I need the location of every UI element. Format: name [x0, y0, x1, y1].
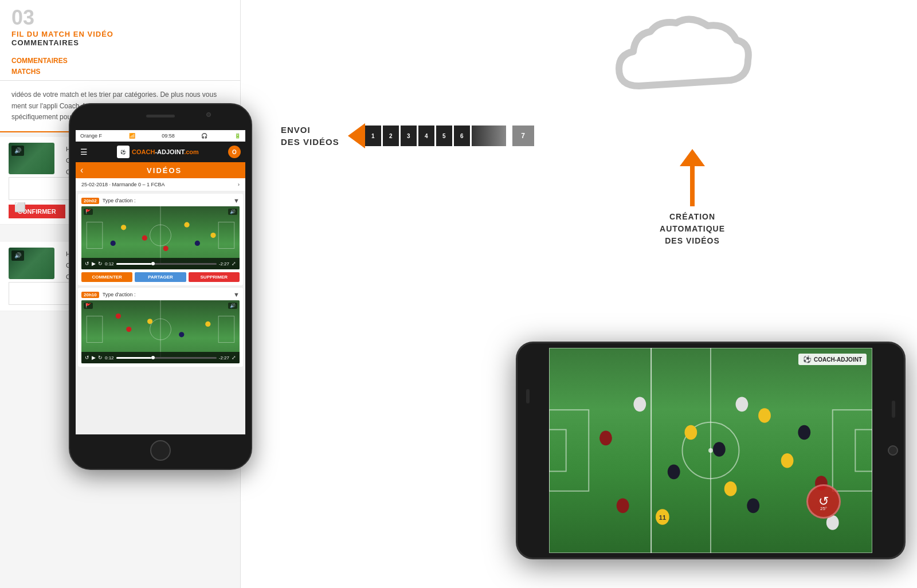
svg-point-42	[736, 397, 749, 412]
doc-nav: COMMENTAIRES MATCHS	[0, 53, 240, 81]
svg-rect-25	[549, 430, 566, 472]
status-bar: Orange F 📶 09:58 🎧 🔋	[76, 130, 245, 142]
right-phone-screen: 11	[549, 348, 872, 553]
logo-shield: ⚽	[117, 146, 130, 158]
svg-point-39	[599, 431, 612, 446]
type-label-2: Type d'action :	[103, 292, 233, 297]
back-button[interactable]: ‹	[80, 165, 83, 175]
progress-bar-2[interactable]	[116, 357, 217, 359]
arrow-up-icon	[680, 149, 705, 166]
strip-6: 6	[454, 126, 470, 146]
soccer-field: 11	[549, 348, 872, 553]
partager-btn-1[interactable]: PARTAGER	[135, 272, 186, 282]
svg-point-15	[126, 327, 131, 332]
time-badge-2: 20h10	[81, 292, 99, 298]
video-item-1-header: 20h02 Type d'action : ▼	[81, 197, 240, 204]
svg-point-16	[147, 319, 152, 324]
screen-icon-1: ⬜	[14, 202, 26, 213]
left-phone-body: Orange F 📶 09:58 🎧 🔋 ☰ ⚽ COACH-ADJOINT.c…	[69, 103, 252, 470]
controls-1: ↺ ▶ ↻ 0:12 -2:27 ⤢	[81, 258, 240, 269]
svg-rect-26	[833, 410, 872, 491]
svg-point-38	[668, 465, 680, 480]
step-subtitle: COMMENTAIRES	[11, 38, 229, 47]
video-item-2: 20h10 Type d'action : ▼	[78, 288, 243, 367]
svg-rect-24	[549, 410, 589, 491]
progress-bar-1[interactable]	[116, 263, 217, 265]
creation-line2: AUTOMATIQUE	[660, 224, 725, 233]
home-button-left[interactable]	[150, 440, 171, 461]
type-label-1: Type d'action :	[103, 198, 233, 203]
skip-icon-1[interactable]: ↻	[98, 261, 103, 266]
svg-point-31	[724, 481, 737, 496]
strip-1: 1	[365, 126, 381, 146]
svg-point-43	[633, 397, 646, 412]
replay-seconds: 25°	[820, 506, 827, 511]
replay-button[interactable]: ↺ 25°	[806, 484, 841, 519]
svg-point-6	[184, 222, 189, 228]
svg-point-18	[205, 322, 210, 327]
volume-button	[526, 389, 530, 403]
svg-point-7	[195, 241, 200, 246]
flag-icon-1: 🚩	[84, 209, 93, 215]
play-icon-2[interactable]: ▶	[92, 355, 96, 360]
sound-icon-vid-2[interactable]: 🔊	[228, 303, 237, 309]
svg-rect-2	[87, 222, 103, 249]
play-icon-1[interactable]: ▶	[92, 261, 96, 266]
svg-rect-13	[87, 316, 103, 343]
skip-icon-2[interactable]: ↻	[98, 355, 103, 360]
section-title: VIDÉOS	[88, 166, 241, 175]
svg-point-37	[798, 425, 810, 440]
dropdown-2[interactable]: ▼	[233, 291, 240, 298]
creation-section: CRÉATION AUTOMATIQUE DES VIDÉOS	[660, 149, 725, 247]
time-total-2: -2:27	[219, 355, 229, 360]
left-phone-screen: Orange F 📶 09:58 🎧 🔋 ☰ ⚽ COACH-ADJOINT.c…	[76, 130, 245, 434]
fullscreen-icon-1[interactable]: ⤢	[232, 261, 236, 266]
camera-lens	[888, 445, 898, 456]
supprimer-btn-1[interactable]: SUPPRIMER	[189, 272, 240, 282]
phone-camera-left	[206, 112, 211, 117]
svg-point-10	[210, 233, 215, 238]
carrier: Orange F	[80, 133, 102, 139]
sound-icon-2: 🔊	[11, 250, 24, 261]
match-header: 25-02-2018 · Marmande 0 – 1 FCBA ›	[76, 178, 245, 191]
svg-rect-3	[218, 222, 234, 249]
sound-icon-vid-1[interactable]: 🔊	[228, 209, 237, 215]
video-item-1: 20h02 Type d'action : ▼	[78, 194, 243, 285]
doc-header: 03 FIL DU MATCH EN VIDÉO COMMENTAIRES	[0, 0, 240, 53]
phone-speaker-left	[146, 115, 175, 117]
battery-icon: 🔋	[234, 133, 241, 139]
arrow-shaft	[690, 166, 695, 206]
creation-line1: CRÉATION	[669, 212, 715, 221]
replay-icon-2[interactable]: ↺	[85, 355, 89, 360]
power-button	[892, 401, 895, 418]
dropdown-1[interactable]: ▼	[233, 197, 240, 204]
fullscreen-icon-2[interactable]: ⤢	[232, 355, 236, 360]
controls-2: ↺ ▶ ↻ 0:12 -2:27 ⤢	[81, 352, 240, 363]
phone-content[interactable]: 25-02-2018 · Marmande 0 – 1 FCBA › 20h02…	[76, 178, 245, 434]
coach-logo-box: ⚽ COACH-ADJOINT	[798, 354, 867, 365]
svg-point-19	[116, 313, 121, 319]
envoi-label-line2: DES VIDÉOS	[281, 137, 339, 147]
video-thumb-1[interactable]: 🚩 🔊 ↺ ▶ ↻ 0:12 -2:27 ⤢	[81, 206, 240, 269]
replay-icon-1[interactable]: ↺	[85, 261, 89, 266]
svg-point-23	[708, 448, 713, 453]
strip-fade	[472, 126, 506, 146]
step-title: FIL DU MATCH EN VIDÉO	[11, 30, 229, 38]
time-display: 09:58	[162, 133, 175, 139]
svg-text:11: 11	[659, 514, 666, 521]
svg-point-8	[163, 246, 168, 251]
svg-point-33	[758, 408, 771, 423]
hamburger-icon[interactable]: ☰	[80, 147, 88, 156]
envoi-label-line1: ENVOI	[281, 125, 311, 135]
notification-badge[interactable]: O	[228, 146, 241, 158]
strip-4: 4	[418, 126, 434, 146]
match-expand-icon[interactable]: ›	[238, 182, 240, 187]
doc-thumb-1: 🔊	[9, 143, 54, 174]
time-total-1: -2:27	[219, 261, 229, 266]
video-strip: 1 2 3 4 5 6 7	[365, 126, 534, 146]
video-thumb-2[interactable]: 🚩 🔊 ↺ ▶ ↻ 0:12 -2:27 ⤢	[81, 300, 240, 363]
left-phone: Orange F 📶 09:58 🎧 🔋 ☰ ⚽ COACH-ADJOINT.c…	[69, 103, 252, 470]
right-phone-body: 11	[516, 342, 906, 559]
commenter-btn-1[interactable]: COMMENTER	[81, 272, 132, 282]
svg-point-40	[617, 499, 629, 513]
